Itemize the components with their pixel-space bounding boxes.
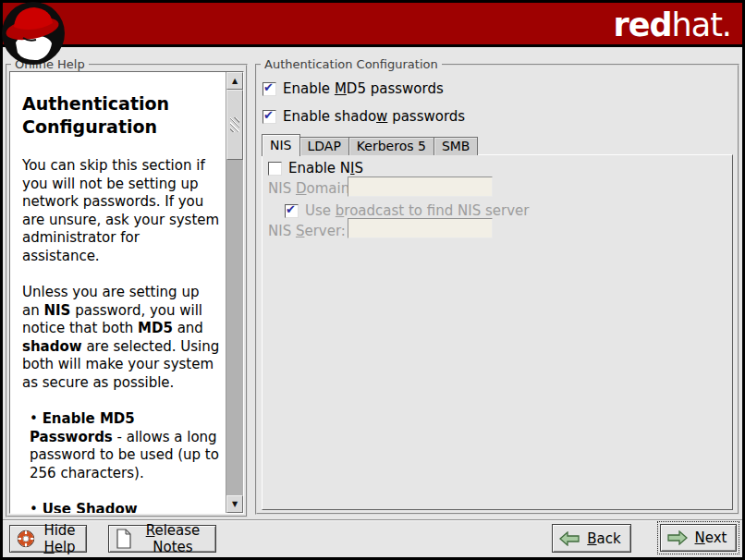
release-notes-button[interactable]: Release Notes [108,525,216,553]
scroll-down-icon: ▼ [232,501,238,508]
arrow-left-icon [559,531,580,546]
nis-tab-panel: Enable NIS NIS Domain: ✔ Use broadcast t… [262,154,733,510]
nis-domain-label: NIS Domain: [268,180,342,197]
enable-nis-label[interactable]: Enable NIS [288,160,363,177]
enable-shadow-checkbox[interactable]: ✔ [263,110,276,124]
footer-separator [3,519,742,521]
scrollbar-grip [230,117,239,132]
nis-broadcast-label: Use broadcast to find NIS server [305,202,529,219]
redhat-shadowman-logo [1,1,66,66]
help-text: Authentication Configuration You can ski… [10,72,226,513]
help-scrollbar[interactable]: ▲ ▼ [226,72,243,513]
content-area: Online Help Authentication Configuration… [3,47,742,557]
wordmark-red: red [613,6,671,43]
tab-ldap[interactable]: LDAP [299,137,349,155]
enable-nis-row: Enable NIS [268,160,363,177]
auth-tabs: NIS LDAP Kerberos 5 SMB [262,133,477,155]
checkmark-icon: ✔ [263,108,274,122]
help-bullet-1: • Enable MD5 Passwords - allows a long p… [22,410,220,482]
enable-shadow-label[interactable]: Enable shadow passwords [283,108,465,125]
enable-nis-checkbox[interactable] [268,162,282,176]
enable-shadow-row: ✔ Enable shadow passwords [263,108,465,125]
auth-config-frame: Authentication Configuration ✔ Enable MD… [255,64,739,515]
life-buoy-icon [17,530,35,548]
nis-domain-input [348,177,493,197]
hide-help-label: Hide Help [40,522,79,555]
checkmark-icon: ✔ [286,202,296,216]
next-label: Next [692,530,729,546]
back-button[interactable]: Back [552,524,631,553]
checkmark-icon: ✔ [263,80,274,94]
document-icon [116,529,132,549]
nis-server-input [348,218,493,238]
scroll-up-button[interactable]: ▲ [226,72,243,90]
back-label: Back [584,530,624,547]
help-viewport: Authentication Configuration You can ski… [9,71,244,514]
auth-config-frame-label: Authentication Configuration [261,57,442,71]
redhat-wordmark: redhat. [613,5,731,45]
help-bullet-2: • Use Shadow Passwords - provides a very… [22,501,220,513]
nis-broadcast-row: ✔ Use broadcast to find NIS server [285,202,529,219]
nis-server-label: NIS Server: [268,223,342,239]
tab-smb[interactable]: SMB [434,137,479,155]
scroll-up-icon: ▲ [232,78,238,85]
tab-nis[interactable]: NIS [262,134,300,156]
help-paragraph-2: Unless you are setting up an NIS passwor… [22,284,220,392]
nis-broadcast-checkbox: ✔ [285,204,299,218]
enable-md5-row: ✔ Enable MD5 passwords [263,80,444,97]
tab-kerberos5[interactable]: Kerberos 5 [348,137,434,155]
next-button-focus-ring: Next [657,521,739,554]
hide-help-button[interactable]: Hide Help [9,525,87,553]
scrollbar-thumb[interactable] [226,90,243,160]
help-paragraph-1: You can skip this section if you will no… [22,157,220,265]
help-title: Authentication Configuration [22,92,220,139]
arrow-right-icon [667,530,688,545]
enable-md5-label[interactable]: Enable MD5 passwords [283,80,444,97]
release-notes-label: Release Notes [137,522,209,555]
online-help-frame: Online Help Authentication Configuration… [6,64,248,517]
wordmark-hat: hat. [672,6,731,43]
enable-md5-checkbox[interactable]: ✔ [263,82,276,96]
next-button[interactable]: Next [660,524,737,552]
scroll-down-button[interactable]: ▼ [226,495,243,513]
header-banner: redhat. [3,3,742,44]
installer-window: redhat. Online Help Authentication Confi… [0,0,745,560]
